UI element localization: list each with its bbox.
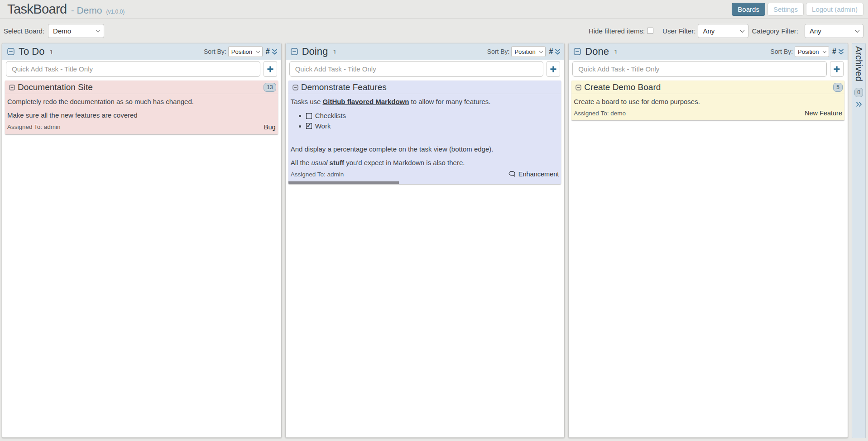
user-filter-select[interactable]: Any <box>698 24 748 38</box>
assigned-to: Assigned To: admin <box>291 171 344 178</box>
markdown-link[interactable]: GitHub flavored Markdown <box>323 98 409 105</box>
app-header: TaskBoard - Demo (v1.0.0) Boards Setting… <box>0 0 868 19</box>
card-header: Create Demo Board 5 <box>571 81 844 94</box>
task-paragraph: Tasks use GitHub flavored Markdown to al… <box>291 98 559 105</box>
archived-count-badge: 0 <box>854 88 863 97</box>
collapse-all-tasks-icon[interactable] <box>272 48 278 55</box>
assigned-to: Assigned To: demo <box>574 110 626 117</box>
assigned-to: Assigned To: admin <box>7 123 61 130</box>
task-progress-bar <box>288 181 399 184</box>
task-category: Enhancement <box>508 171 559 178</box>
sort-by-label: Sort By: <box>487 48 510 55</box>
collapse-task-icon[interactable] <box>575 85 581 90</box>
collapse-all-tasks-icon[interactable] <box>838 48 844 55</box>
task-paragraph: Completely redo the documentation as so … <box>7 98 276 105</box>
board: To Do 1 Sort By: Position # Documentatio… <box>0 43 868 441</box>
column-title: Doing <box>302 46 328 57</box>
app-title: TaskBoard <box>7 2 67 17</box>
checkbox-checked-icon[interactable] <box>306 123 312 129</box>
column-title: To Do <box>19 46 44 57</box>
settings-button[interactable]: Settings <box>767 3 804 16</box>
task-card-documentation-site[interactable]: Documentation Site 13 Completely redo th… <box>5 81 278 134</box>
plus-icon <box>550 66 557 73</box>
column-todo-header: To Do 1 Sort By: Position # <box>2 43 281 60</box>
collapse-task-icon[interactable] <box>9 85 15 90</box>
quick-add-row <box>569 60 848 77</box>
sort-select[interactable]: Position <box>795 46 829 57</box>
task-card-create-demo-board[interactable]: Create Demo Board 5 Create a board to us… <box>571 81 844 120</box>
quick-add-input[interactable] <box>572 61 827 77</box>
todo-cards: Documentation Site 13 Completely redo th… <box>2 77 281 134</box>
task-category: Bug <box>264 123 276 131</box>
board-subtitle: - Demo <box>71 5 102 16</box>
show-task-ids-icon[interactable]: # <box>266 47 270 56</box>
sort-select[interactable]: Position <box>511 46 546 57</box>
show-task-ids-icon[interactable]: # <box>549 47 553 56</box>
collapse-all-tasks-icon[interactable] <box>555 48 561 55</box>
column-done-header: Done 1 Sort By: Position # <box>569 43 848 60</box>
doing-cards: Demonstrate Features Tasks use GitHub fl… <box>286 77 565 184</box>
sort-select[interactable]: Position <box>228 46 263 57</box>
task-paragraph: Create a board to use for demo purposes. <box>574 98 842 105</box>
category-filter-label: Category Filter: <box>752 27 798 35</box>
task-title: Documentation Site <box>18 82 93 92</box>
card-header: Documentation Site 13 <box>5 81 278 94</box>
logout-button[interactable]: Logout (admin) <box>806 3 863 16</box>
boards-button[interactable]: Boards <box>732 3 765 16</box>
column-doing-header: Doing 1 Sort By: Position # <box>286 43 565 60</box>
column-title: Done <box>585 46 609 57</box>
task-description: Completely redo the documentation as so … <box>5 98 278 119</box>
task-title: Demonstrate Features <box>301 82 387 92</box>
hide-filtered-checkbox[interactable] <box>647 28 653 34</box>
select-board-group: Select Board: Demo <box>4 24 104 38</box>
quick-add-input[interactable] <box>6 61 260 77</box>
column-task-count: 1 <box>333 48 336 56</box>
collapse-column-icon[interactable] <box>291 48 298 55</box>
checklist-item: Work <box>306 122 559 131</box>
filter-controls: Hide filtered items: User Filter: Any Ca… <box>589 24 863 38</box>
column-task-count: 1 <box>614 48 618 56</box>
collapse-task-icon[interactable] <box>293 85 298 90</box>
column-todo: To Do 1 Sort By: Position # Documentatio… <box>2 43 282 438</box>
sort-by-label: Sort By: <box>770 48 793 55</box>
card-header: Demonstrate Features <box>288 81 561 94</box>
task-category: New Feature <box>805 109 842 117</box>
card-footer: Assigned To: admin Bug <box>5 123 278 134</box>
checklist-item: Checklists <box>306 111 559 120</box>
hide-filtered-label: Hide filtered items: <box>589 27 645 35</box>
add-task-button[interactable] <box>264 61 277 77</box>
column-task-count: 1 <box>49 48 53 56</box>
plus-icon <box>833 66 840 73</box>
card-footer: Assigned To: admin Enhancement <box>288 171 561 181</box>
collapse-column-icon[interactable] <box>574 48 581 55</box>
comments-icon <box>508 171 516 177</box>
checklist: Checklists Work <box>291 111 559 131</box>
task-id-badge: 13 <box>264 83 276 92</box>
select-board-label: Select Board: <box>4 27 44 35</box>
checkbox-unchecked-icon[interactable] <box>306 113 312 119</box>
add-task-button[interactable] <box>547 61 560 77</box>
app-version: (v1.0.0) <box>106 9 125 15</box>
task-card-demonstrate-features[interactable]: Demonstrate Features Tasks use GitHub fl… <box>288 81 561 184</box>
category-filter-select[interactable]: Any <box>805 24 863 38</box>
done-cards: Create Demo Board 5 Create a board to us… <box>569 77 848 120</box>
board-select[interactable]: Demo <box>48 24 104 38</box>
quick-add-input[interactable] <box>289 61 544 77</box>
task-description: Tasks use GitHub flavored Markdown to al… <box>288 98 561 166</box>
task-title: Create Demo Board <box>584 82 661 92</box>
task-description: Create a board to use for demo purposes. <box>571 98 844 105</box>
add-task-button[interactable] <box>830 61 844 77</box>
quick-add-row <box>2 60 281 77</box>
task-paragraph: And display a percentage complete on the… <box>291 145 559 153</box>
collapse-column-icon[interactable] <box>7 48 14 55</box>
brand: TaskBoard - Demo (v1.0.0) <box>7 2 125 17</box>
quick-add-row <box>286 60 565 77</box>
task-paragraph: All the usual stuff you'd expect in Mark… <box>291 159 559 166</box>
header-buttons: Boards Settings Logout (admin) <box>732 3 863 16</box>
expand-archived-icon[interactable] <box>856 101 862 107</box>
task-paragraph: Make sure all the new features are cover… <box>7 111 276 119</box>
archived-panel[interactable]: Archived 0 <box>852 43 866 438</box>
column-done: Done 1 Sort By: Position # Create Demo B… <box>568 43 848 438</box>
card-footer: Assigned To: demo New Feature <box>571 109 844 120</box>
show-task-ids-icon[interactable]: # <box>832 47 836 56</box>
